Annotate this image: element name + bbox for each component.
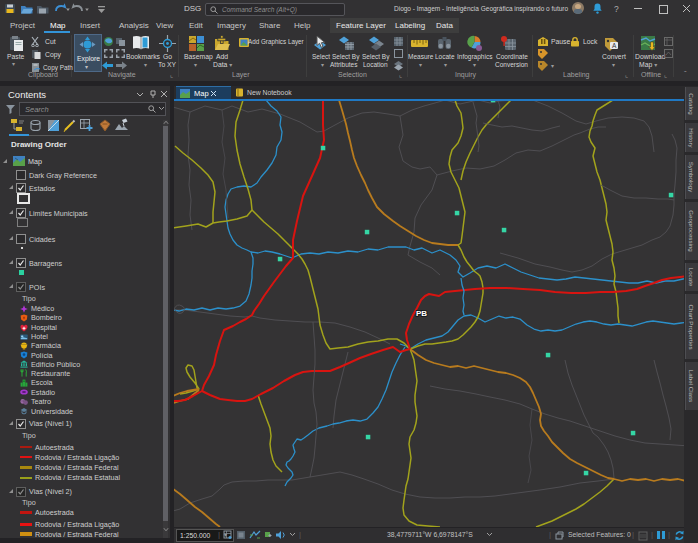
svg-text:PB: PB (416, 309, 427, 318)
svg-text:A: A (612, 42, 617, 49)
